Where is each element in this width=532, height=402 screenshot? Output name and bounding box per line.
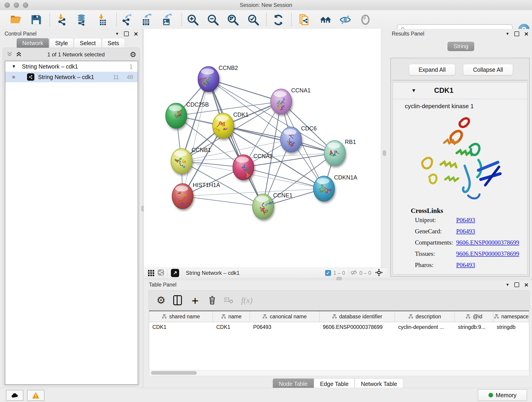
crosslink-tissues-link[interactable]: 9606.ENSP00000378699 <box>456 250 519 257</box>
cell-database-identifier[interactable]: 9606.ENSP00000378699 <box>320 322 395 332</box>
open-session-button[interactable] <box>9 13 22 26</box>
panel-menu-icon[interactable]: ▼ <box>506 32 510 36</box>
delete-column-icon[interactable] <box>208 296 216 305</box>
crosslink-pharos-link[interactable]: P06493 <box>456 262 475 269</box>
bird-eye-view-button[interactable] <box>359 13 372 26</box>
memory-button[interactable]: Memory <box>478 389 527 401</box>
show-columns-icon[interactable] <box>173 295 182 305</box>
share-document-button[interactable] <box>298 13 311 26</box>
expand-all-networks-icon[interactable] <box>15 51 22 58</box>
right-splitter-grip[interactable] <box>383 150 386 156</box>
zoom-fit-button[interactable] <box>226 13 239 26</box>
tab-style[interactable]: Style <box>50 38 74 48</box>
detach-view-icon[interactable] <box>171 269 179 277</box>
cloud-button[interactable] <box>6 390 23 401</box>
float-panel-icon[interactable] <box>514 32 519 36</box>
cell-id[interactable]: stringdb:9... <box>455 322 494 332</box>
close-panel-icon[interactable]: × <box>524 283 528 287</box>
add-column-icon[interactable]: ＋ <box>190 296 200 304</box>
show-graphics-details-button[interactable] <box>339 13 352 26</box>
column-header-description[interactable]: description <box>395 311 455 322</box>
horizontal-splitter-grip[interactable] <box>336 277 342 281</box>
tab-network[interactable]: Network <box>17 38 49 48</box>
export-network-button[interactable] <box>120 13 133 26</box>
edge-HIST1H1A-CCNE1[interactable] <box>183 196 263 206</box>
node-CCNB2[interactable] <box>198 66 219 92</box>
pan-crosshair-icon[interactable] <box>375 268 383 278</box>
collapse-all-networks-icon[interactable] <box>6 51 13 58</box>
cell-description[interactable]: cyclin-dependent ... <box>395 322 455 332</box>
gene-header-row[interactable]: ▼ CDK1 <box>393 82 527 99</box>
cell-shared-name[interactable]: CDK1 <box>149 322 213 332</box>
crosslink-compartments-link[interactable]: 9606.ENSP00000378699 <box>456 239 519 246</box>
network-options-gear-icon[interactable]: ⚙ <box>130 51 136 58</box>
crosslink-genecard-link[interactable]: P06493 <box>456 228 475 235</box>
table-row[interactable]: CDK1 CDK1 P06493 9606.ENSP00000378699 cy… <box>149 322 529 332</box>
import-network-database-button[interactable] <box>75 13 88 26</box>
right-splitter[interactable] <box>381 29 387 268</box>
selected-items-checkbox[interactable]: ✓ <box>325 270 331 276</box>
hidden-items-icon[interactable] <box>350 269 357 277</box>
crosslink-uniprot-link[interactable]: P06493 <box>456 217 475 224</box>
function-builder-icon[interactable]: f(x) <box>241 295 253 305</box>
node-CDKN1A[interactable] <box>313 176 335 201</box>
node-CDC6[interactable] <box>280 127 302 152</box>
close-panel-icon[interactable]: × <box>524 32 528 36</box>
collapse-all-button[interactable]: Collapse All <box>463 64 513 75</box>
import-table-button[interactable] <box>96 13 109 26</box>
zoom-in-button[interactable] <box>186 13 199 26</box>
edge-CCNB2-CCNA1[interactable] <box>209 79 281 102</box>
node-CDC25B[interactable] <box>166 103 187 128</box>
export-image-button[interactable] <box>159 13 173 26</box>
zoom-out-button[interactable] <box>206 13 220 26</box>
gene-symbol: CDK1 <box>434 86 453 95</box>
node-CDK1[interactable] <box>213 113 234 138</box>
grid-view-icon[interactable] <box>148 270 154 276</box>
gene-collapse-icon[interactable]: ▼ <box>411 88 416 94</box>
collection-expand-icon[interactable]: ▼ <box>12 64 16 69</box>
column-header-database-identifier[interactable]: database identifier <box>320 311 395 322</box>
cell-canonical-name[interactable]: P06493 <box>250 322 320 332</box>
column-header-id[interactable]: @id <box>455 311 494 322</box>
export-table-button[interactable] <box>139 13 152 26</box>
float-panel-icon[interactable] <box>124 32 129 36</box>
column-header-shared-name[interactable]: shared name <box>149 311 213 322</box>
horizontal-splitter[interactable] <box>144 278 532 280</box>
import-network-file-button[interactable] <box>56 13 69 26</box>
left-splitter[interactable] <box>142 29 144 388</box>
home-button[interactable] <box>319 13 332 26</box>
column-header-namespace[interactable]: namespace <box>494 311 529 322</box>
float-panel-icon[interactable] <box>514 282 519 287</box>
table-options-gear-icon[interactable]: ⚙ <box>157 297 165 304</box>
cell-name[interactable]: CDK1 <box>213 322 250 332</box>
edge-CDK1-RB1[interactable] <box>223 126 335 153</box>
tab-select[interactable]: Select <box>74 38 101 48</box>
node-HIST1H1A[interactable] <box>172 184 193 209</box>
expand-all-button[interactable]: Expand All <box>409 64 455 75</box>
node-CCNA2[interactable] <box>233 155 254 180</box>
refresh-view-button[interactable] <box>272 13 285 26</box>
node-CCNB1[interactable] <box>171 148 192 174</box>
column-header-canonical-name[interactable]: canonical name <box>250 311 320 322</box>
node-CCNE1[interactable] <box>253 194 273 219</box>
scrollbar-thumb[interactable] <box>151 371 197 375</box>
tab-string[interactable]: String <box>447 42 474 51</box>
panel-menu-icon[interactable]: ▼ <box>506 283 510 287</box>
network-type-icon[interactable] <box>157 269 164 277</box>
cell-namespace[interactable]: stringdb <box>494 322 529 332</box>
network-node-count: 11 <box>113 74 119 80</box>
close-panel-icon[interactable]: × <box>134 32 138 36</box>
node-RB1[interactable] <box>324 140 345 166</box>
network-row-selected[interactable]: String Network – cdk1 11 48 <box>5 72 138 82</box>
panel-menu-icon[interactable]: ▼ <box>115 32 119 36</box>
zoom-selected-button[interactable] <box>247 13 260 26</box>
warning-button[interactable] <box>27 390 44 401</box>
network-collection-row[interactable]: ▼ String Network – cdk1 1 <box>5 61 138 72</box>
tab-sets[interactable]: Sets <box>102 38 125 48</box>
node-CCNA1[interactable] <box>271 89 292 114</box>
network-canvas[interactable]: CCNB2CCNA1CDC25BCDK1CDC6RB1CCNB1CCNA2CDK… <box>144 29 381 268</box>
delete-table-icon[interactable] <box>224 296 233 304</box>
save-session-button[interactable] <box>29 13 43 26</box>
table-horizontal-scrollbar[interactable] <box>149 370 529 376</box>
column-header-name[interactable]: name <box>213 311 250 322</box>
